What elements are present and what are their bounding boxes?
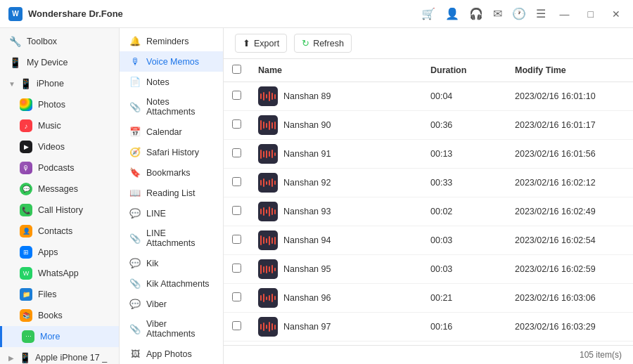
calendar-icon: 📅 bbox=[129, 126, 141, 137]
sidebar-item-files[interactable]: 📁 Files bbox=[0, 284, 119, 305]
track-name: Nanshan 97 bbox=[283, 322, 331, 332]
mid-nav-bookmarks[interactable]: 🔖 Bookmarks bbox=[120, 162, 223, 183]
mid-nav-kik[interactable]: 💬 Kik bbox=[120, 253, 223, 273]
track-name: Nanshan 90 bbox=[283, 120, 331, 130]
row-duration: 00:13 bbox=[422, 140, 506, 169]
reading-list-icon: 📖 bbox=[129, 188, 141, 198]
sidebar-item-books[interactable]: 📚 Books bbox=[0, 305, 119, 326]
reading-list-label: Reading List bbox=[146, 188, 196, 198]
row-duration: 00:16 bbox=[422, 313, 506, 342]
sidebar-item-messages[interactable]: 💬 Messages bbox=[0, 178, 119, 200]
track-name: Nanshan 91 bbox=[283, 149, 331, 159]
mid-nav-notes[interactable]: 📄 Notes bbox=[120, 72, 223, 92]
mid-nav-line[interactable]: 💬 LINE bbox=[120, 203, 223, 223]
mid-nav-voice-memos[interactable]: 🎙 Voice Memos bbox=[120, 51, 223, 72]
mid-nav-calendar[interactable]: 📅 Calendar bbox=[120, 122, 223, 142]
headphone-icon[interactable]: 🎧 bbox=[469, 7, 483, 20]
files-label: Files bbox=[38, 290, 56, 299]
row-modify-time: 2023/02/16 16:01:17 bbox=[506, 111, 633, 140]
row-duration: 00:33 bbox=[422, 169, 506, 197]
kik-attachments-icon: 📎 bbox=[129, 278, 141, 289]
sidebar-item-whatsapp[interactable]: W WhatsApp bbox=[0, 263, 119, 284]
minimize-button[interactable]: — bbox=[556, 7, 574, 21]
kik-icon: 💬 bbox=[129, 258, 141, 268]
sidebar-item-apps[interactable]: ⊞ Apps bbox=[0, 242, 119, 263]
sidebar-item-contacts[interactable]: 👤 Contacts bbox=[0, 221, 119, 242]
main-layout: 🔧 Toolbox 📱 My Device ▼ 📱 iPhone Photos … bbox=[0, 28, 633, 364]
row-checkbox[interactable] bbox=[232, 91, 241, 100]
titlebar: W Wondershare Dr.Fone 🛒 👤 🎧 ✉ 🕐 ☰ — □ ✕ bbox=[0, 0, 633, 28]
row-checkbox[interactable] bbox=[232, 321, 241, 330]
menu-icon[interactable]: ☰ bbox=[536, 7, 546, 20]
track-thumbnail bbox=[258, 115, 278, 135]
row-checkbox[interactable] bbox=[232, 119, 241, 129]
track-name: Nanshan 93 bbox=[283, 207, 331, 216]
chevron-right-icon: ▶ bbox=[8, 354, 14, 362]
mail-icon[interactable]: ✉ bbox=[493, 7, 502, 20]
sidebar-item-podcasts[interactable]: 🎙 Podcasts bbox=[0, 157, 119, 178]
cart-icon[interactable]: 🛒 bbox=[421, 7, 435, 20]
table-row: Nanshan 9700:162023/02/16 16:03:29 bbox=[224, 313, 633, 342]
mid-nav-safari-history[interactable]: 🧭 Safari History bbox=[120, 142, 223, 162]
col-header-modify-time: Modify Time bbox=[506, 59, 633, 82]
my-device-label: My Device bbox=[27, 58, 68, 67]
close-button[interactable]: ✕ bbox=[608, 7, 625, 21]
refresh-button[interactable]: ↻ Refresh bbox=[294, 34, 352, 53]
apple-iphone12-icon: 📱 bbox=[18, 351, 31, 364]
select-all-checkbox[interactable] bbox=[232, 65, 241, 74]
books-icon: 📚 bbox=[20, 309, 32, 322]
mid-nav-reading-list[interactable]: 📖 Reading List bbox=[120, 183, 223, 203]
account-icon[interactable]: 👤 bbox=[445, 7, 459, 20]
contacts-icon: 👤 bbox=[20, 225, 32, 238]
app-photos-icon: 🖼 bbox=[129, 349, 141, 359]
whatsapp-label: WhatsApp bbox=[38, 268, 79, 278]
table-row: Nanshan 8900:042023/02/16 16:01:10 bbox=[224, 82, 633, 111]
row-checkbox[interactable] bbox=[232, 148, 241, 157]
mid-nav-kik-attachments[interactable]: 📎 Kik Attachments bbox=[120, 273, 223, 294]
sidebar-item-toolbox[interactable]: 🔧 Toolbox bbox=[0, 31, 119, 52]
videos-label: Videos bbox=[38, 142, 65, 152]
podcasts-label: Podcasts bbox=[38, 163, 74, 173]
sidebar-item-photos[interactable]: Photos bbox=[0, 94, 119, 115]
row-checkbox[interactable] bbox=[232, 264, 241, 273]
table-header-row: Name Duration Modify Time bbox=[224, 59, 633, 82]
sidebar-item-my-device[interactable]: 📱 My Device bbox=[0, 52, 119, 73]
row-name-cell: Nanshan 89 bbox=[250, 82, 422, 111]
row-checkbox[interactable] bbox=[232, 206, 241, 215]
row-checkbox[interactable] bbox=[232, 235, 241, 244]
mid-nav-line-attachments[interactable]: 📎 LINE Attachments bbox=[120, 223, 223, 253]
track-thumbnail bbox=[258, 144, 278, 164]
messages-label: Messages bbox=[38, 184, 78, 194]
track-thumbnail bbox=[258, 173, 278, 193]
table-row: Nanshan 9300:022023/02/16 16:02:49 bbox=[224, 197, 633, 226]
notes-attachments-icon: 📎 bbox=[129, 102, 141, 112]
sidebar-item-more[interactable]: ⋯ More bbox=[0, 326, 119, 347]
export-button[interactable]: ⬆ Export bbox=[235, 34, 287, 53]
books-label: Books bbox=[38, 311, 63, 320]
mid-nav-reminders[interactable]: 🔔 Reminders bbox=[120, 31, 223, 51]
table-row: Nanshan 9100:132023/02/16 16:01:56 bbox=[224, 140, 633, 169]
sidebar-apple-iphone12-header[interactable]: ▶ 📱 Apple iPhone 17 _ bbox=[0, 347, 119, 364]
row-modify-time: 2023/02/16 16:02:54 bbox=[506, 226, 633, 255]
viber-attachments-label: Viber Attachments bbox=[146, 319, 213, 339]
notes-label: Notes bbox=[146, 77, 170, 87]
mid-nav-viber-attachments[interactable]: 📎 Viber Attachments bbox=[120, 314, 223, 344]
table-container: Name Duration Modify Time Nanshan 8900:0… bbox=[224, 59, 633, 345]
row-name-cell: Nanshan 94 bbox=[250, 226, 422, 255]
titlebar-left: W Wondershare Dr.Fone bbox=[8, 7, 123, 21]
sidebar-iphone-header[interactable]: ▼ 📱 iPhone bbox=[0, 73, 119, 94]
sidebar-item-music[interactable]: ♪ Music bbox=[0, 115, 119, 136]
safari-history-label: Safari History bbox=[146, 148, 199, 157]
row-checkbox[interactable] bbox=[232, 177, 241, 186]
sidebar-item-videos[interactable]: ▶ Videos bbox=[0, 136, 119, 157]
mid-nav-notes-attachments[interactable]: 📎 Notes Attachments bbox=[120, 92, 223, 122]
row-name-cell: Nanshan 97 bbox=[250, 313, 422, 342]
maximize-button[interactable]: □ bbox=[584, 7, 598, 21]
history-icon[interactable]: 🕐 bbox=[512, 7, 526, 20]
mid-nav-app-photos[interactable]: 🖼 App Photos bbox=[120, 344, 223, 364]
mid-nav-viber[interactable]: 💬 Viber bbox=[120, 294, 223, 314]
track-thumbnail bbox=[258, 86, 278, 106]
row-checkbox[interactable] bbox=[232, 292, 241, 301]
bookmarks-icon: 🔖 bbox=[129, 167, 141, 178]
sidebar-item-call-history[interactable]: 📞 Call History bbox=[0, 200, 119, 221]
